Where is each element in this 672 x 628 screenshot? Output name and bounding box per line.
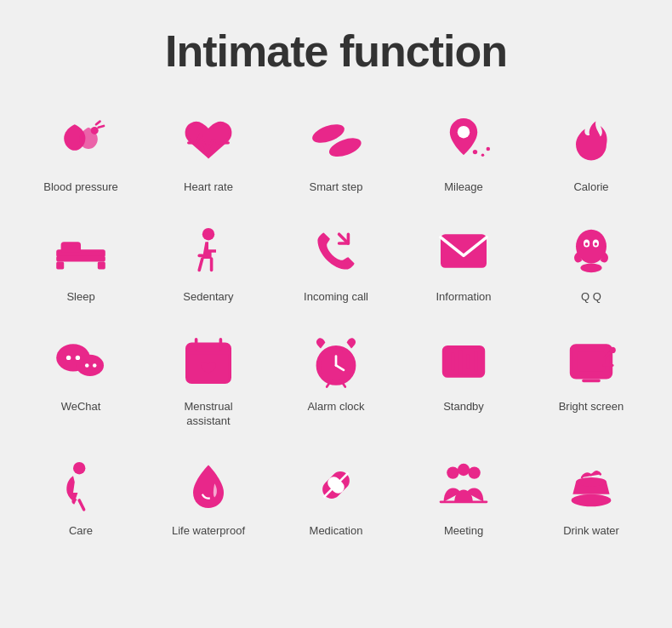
drink-water-icon: [561, 454, 622, 516]
svg-rect-11: [61, 242, 81, 253]
item-smart-step: Smart step: [272, 102, 400, 203]
svg-rect-46: [578, 351, 605, 371]
page-title: Intimate function: [165, 26, 507, 77]
item-drink-water: Drink water: [527, 446, 655, 547]
svg-point-25: [77, 355, 104, 376]
svg-rect-10: [56, 255, 105, 261]
item-bright-screen: Bright screen: [527, 322, 655, 437]
item-standby: Standby: [400, 322, 527, 437]
item-sedentary: Sedentary: [145, 212, 272, 313]
svg-point-23: [595, 243, 598, 246]
life-waterproof-icon: [178, 454, 239, 516]
menstrual-assistant-label: Menstrual assistant: [184, 400, 232, 429]
standby-label: Standby: [443, 400, 484, 414]
svg-rect-30: [187, 344, 230, 382]
item-heart-rate: Heart rate: [145, 102, 272, 203]
drink-water-label: Drink water: [563, 524, 619, 539]
item-medication: Medication: [272, 446, 400, 547]
svg-point-7: [481, 153, 485, 157]
bright-screen-icon: [561, 330, 622, 391]
item-meeting: Meeting: [400, 446, 527, 547]
qq-label: Q Q: [581, 290, 601, 305]
item-mileage: Mileage: [400, 102, 527, 203]
meeting-icon: [433, 454, 494, 516]
svg-point-55: [468, 466, 480, 478]
svg-point-26: [66, 355, 71, 359]
calorie-label: Calorie: [573, 180, 608, 195]
svg-point-48: [610, 347, 616, 353]
svg-rect-13: [98, 261, 105, 269]
smart-step-label: Smart step: [310, 180, 363, 195]
meeting-label: Meeting: [444, 524, 483, 539]
wechat-label: WeChat: [61, 400, 101, 414]
medication-label: Medication: [310, 524, 363, 539]
sedentary-label: Sedentary: [183, 290, 233, 305]
item-wechat: WeChat: [17, 322, 145, 437]
svg-point-8: [487, 147, 491, 151]
care-icon: [50, 454, 111, 516]
incoming-call-icon: [305, 220, 367, 282]
calorie-icon: [561, 111, 622, 172]
mileage-label: Mileage: [444, 180, 483, 195]
sedentary-icon: [178, 220, 239, 282]
menstrual-assistant-icon: [178, 330, 239, 391]
blood-pressure-label: Blood pressure: [43, 180, 117, 195]
item-calorie: Calorie: [527, 102, 655, 203]
item-blood-pressure: Blood pressure: [17, 102, 145, 203]
item-incoming-call: Incoming call: [272, 212, 400, 313]
svg-point-49: [73, 462, 85, 474]
sleep-icon: [50, 220, 111, 282]
svg-rect-17: [441, 234, 487, 268]
svg-point-5: [458, 126, 470, 138]
svg-point-19: [580, 263, 601, 272]
medication-icon: [305, 454, 367, 516]
svg-point-29: [93, 363, 97, 368]
standby-icon: [433, 330, 494, 391]
wechat-icon: [50, 330, 111, 391]
heart-rate-icon: [178, 111, 239, 172]
bright-screen-label: Bright screen: [559, 400, 624, 414]
svg-point-56: [458, 463, 470, 475]
information-icon: [433, 220, 494, 282]
svg-line-50: [79, 500, 83, 510]
blood-pressure-icon: [50, 111, 111, 172]
item-life-waterproof: Life waterproof: [145, 446, 272, 547]
svg-point-14: [202, 228, 214, 240]
item-menstrual-assistant: Menstrual assistant: [145, 322, 272, 437]
svg-point-58: [572, 494, 612, 505]
life-waterproof-label: Life waterproof: [172, 524, 245, 539]
qq-icon: [561, 220, 622, 282]
information-label: Information: [436, 290, 491, 305]
features-grid: Blood pressure Heart rate Smart step: [17, 102, 655, 546]
item-care: Care: [17, 446, 145, 547]
svg-line-2: [99, 126, 104, 128]
mileage-icon: [433, 111, 494, 172]
svg-point-28: [85, 363, 89, 368]
svg-rect-12: [56, 261, 64, 269]
heart-rate-label: Heart rate: [184, 180, 233, 195]
svg-point-6: [473, 150, 477, 154]
svg-point-27: [76, 355, 80, 359]
sleep-label: Sleep: [66, 290, 94, 305]
svg-line-1: [96, 122, 100, 125]
alarm-clock-label: Alarm clock: [307, 400, 364, 414]
item-qq: Q Q: [527, 212, 655, 313]
care-label: Care: [69, 524, 93, 539]
item-information: Information: [400, 212, 527, 313]
svg-point-0: [91, 127, 99, 134]
svg-rect-15: [197, 254, 203, 257]
item-alarm-clock: Alarm clock: [272, 322, 400, 437]
alarm-clock-icon: [305, 330, 367, 391]
svg-point-59: [576, 477, 607, 487]
item-sleep: Sleep: [17, 212, 145, 313]
smart-step-icon: [305, 111, 367, 172]
svg-point-22: [585, 243, 589, 246]
incoming-call-label: Incoming call: [304, 290, 368, 305]
svg-point-54: [447, 466, 458, 478]
